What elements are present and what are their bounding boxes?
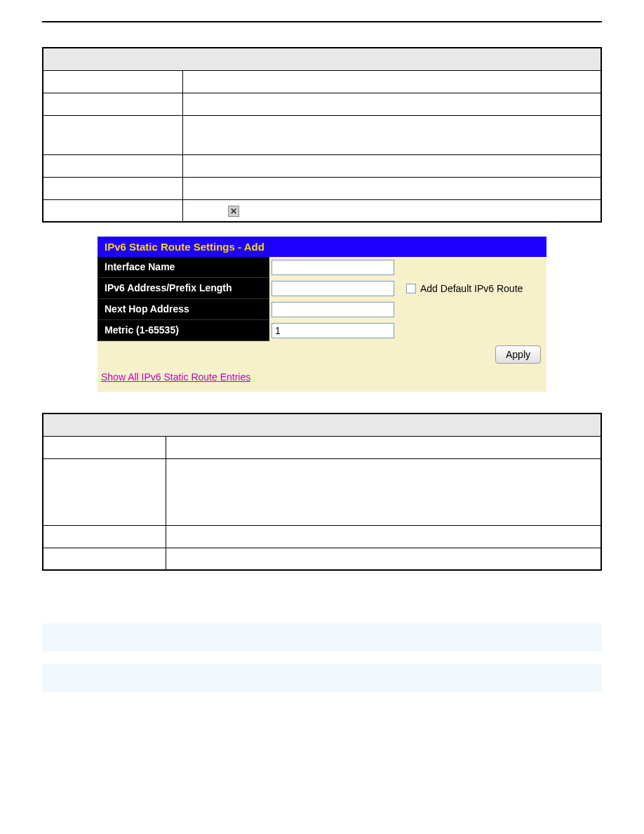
field-input-wrap xyxy=(269,278,399,299)
field-label: Interface Name xyxy=(98,257,269,278)
show-all-link[interactable]: Show All IPv6 Static Route Entries xyxy=(101,371,250,383)
next-hop-input[interactable] xyxy=(271,302,394,317)
router-settings-panel: IPv6 Static Route Settings - Add Interfa… xyxy=(98,237,546,392)
table-row xyxy=(43,548,601,570)
field-input-wrap xyxy=(269,299,399,320)
table-row xyxy=(43,413,601,436)
field-row-metric: Metric (1-65535) xyxy=(98,320,546,341)
field-label: Metric (1-65535) xyxy=(98,320,269,341)
field-label: IPv6 Address/Prefix Length xyxy=(98,278,269,299)
field-extra xyxy=(399,299,546,320)
table-row xyxy=(43,48,601,70)
panel-title: IPv6 Static Route Settings - Add xyxy=(98,237,546,257)
apply-button[interactable]: Apply xyxy=(495,345,541,364)
close-icon[interactable]: ✕ xyxy=(228,206,239,217)
checkbox-icon[interactable] xyxy=(406,284,416,293)
table-1: ✕ xyxy=(42,47,602,223)
table-row: ✕ xyxy=(43,199,601,222)
table-row xyxy=(43,115,601,154)
table-row xyxy=(43,93,601,115)
field-row-next-hop: Next Hop Address xyxy=(98,299,546,320)
table-2 xyxy=(42,413,602,571)
bottom-bars xyxy=(42,623,602,692)
light-bar xyxy=(42,623,602,651)
table-row xyxy=(43,436,601,458)
field-input-wrap xyxy=(269,320,399,341)
field-extra: Add Default IPv6 Route xyxy=(399,278,546,299)
field-row-ipv6-address: IPv6 Address/Prefix Length Add Default I… xyxy=(98,278,546,299)
light-bar xyxy=(42,664,602,692)
ipv6-address-input[interactable] xyxy=(271,281,394,296)
table-row xyxy=(43,154,601,177)
interface-name-input[interactable] xyxy=(271,260,394,275)
top-rule xyxy=(42,21,602,22)
table-row xyxy=(43,525,601,548)
field-input-wrap xyxy=(269,257,399,278)
table-row xyxy=(43,70,601,93)
panel-footer: Apply Show All IPv6 Static Route Entries xyxy=(98,341,546,392)
default-route-checkbox-wrap[interactable]: Add Default IPv6 Route xyxy=(406,283,523,294)
checkbox-label: Add Default IPv6 Route xyxy=(420,283,523,294)
field-extra xyxy=(399,320,546,341)
table-row xyxy=(43,177,601,199)
field-extra xyxy=(399,257,546,278)
table-row xyxy=(43,458,601,525)
field-label: Next Hop Address xyxy=(98,299,269,320)
metric-input[interactable] xyxy=(271,323,394,338)
bottom-section xyxy=(42,623,602,692)
field-row-interface-name: Interface Name xyxy=(98,257,546,278)
